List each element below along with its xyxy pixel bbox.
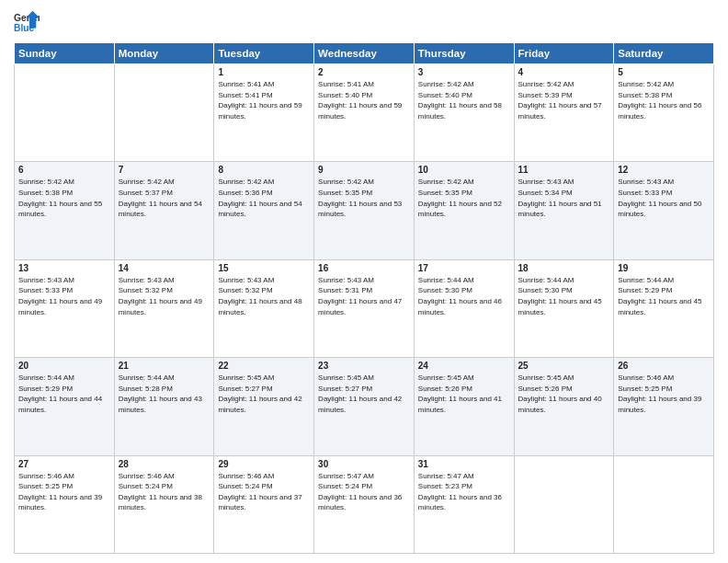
calendar-cell: 15Sunrise: 5:43 AMSunset: 5:32 PMDayligh… <box>214 259 314 357</box>
calendar-cell: 28Sunrise: 5:46 AMSunset: 5:24 PMDayligh… <box>114 455 214 553</box>
day-info: Sunrise: 5:44 AMSunset: 5:30 PMDaylight:… <box>518 275 610 317</box>
header: General Blue <box>14 9 714 35</box>
day-info: Sunrise: 5:43 AMSunset: 5:34 PMDaylight:… <box>518 177 610 219</box>
day-number: 11 <box>518 165 610 175</box>
week-row-3: 13Sunrise: 5:43 AMSunset: 5:33 PMDayligh… <box>15 259 714 357</box>
day-number: 21 <box>119 361 210 371</box>
weekday-thursday: Thursday <box>414 43 514 64</box>
day-info: Sunrise: 5:41 AMSunset: 5:40 PMDaylight:… <box>318 79 410 121</box>
calendar-cell <box>614 455 714 553</box>
day-number: 30 <box>318 459 410 469</box>
calendar-cell: 19Sunrise: 5:44 AMSunset: 5:29 PMDayligh… <box>614 259 714 357</box>
day-number: 10 <box>418 165 510 175</box>
day-info: Sunrise: 5:41 AMSunset: 5:41 PMDaylight:… <box>218 79 310 121</box>
day-number: 18 <box>518 263 610 273</box>
day-info: Sunrise: 5:43 AMSunset: 5:32 PMDaylight:… <box>119 275 210 317</box>
day-info: Sunrise: 5:46 AMSunset: 5:25 PMDaylight:… <box>618 373 710 415</box>
calendar-cell: 17Sunrise: 5:44 AMSunset: 5:30 PMDayligh… <box>414 259 514 357</box>
day-number: 9 <box>318 165 410 175</box>
calendar-cell: 23Sunrise: 5:45 AMSunset: 5:27 PMDayligh… <box>314 358 415 455</box>
day-number: 25 <box>518 361 610 371</box>
calendar-cell: 4Sunrise: 5:42 AMSunset: 5:39 PMDaylight… <box>514 64 614 162</box>
calendar-cell: 9Sunrise: 5:42 AMSunset: 5:35 PMDaylight… <box>314 162 415 259</box>
weekday-saturday: Saturday <box>614 43 714 64</box>
day-number: 31 <box>418 459 510 469</box>
day-number: 23 <box>318 361 410 371</box>
calendar-cell: 27Sunrise: 5:46 AMSunset: 5:25 PMDayligh… <box>15 455 115 553</box>
day-number: 13 <box>18 263 110 273</box>
calendar-cell: 5Sunrise: 5:42 AMSunset: 5:38 PMDaylight… <box>614 64 714 162</box>
weekday-header: SundayMondayTuesdayWednesdayThursdayFrid… <box>15 43 714 64</box>
day-number: 19 <box>618 263 710 273</box>
calendar-cell: 6Sunrise: 5:42 AMSunset: 5:38 PMDaylight… <box>15 162 115 259</box>
calendar-cell: 11Sunrise: 5:43 AMSunset: 5:34 PMDayligh… <box>514 162 614 259</box>
day-number: 27 <box>18 459 110 469</box>
calendar-cell: 29Sunrise: 5:46 AMSunset: 5:24 PMDayligh… <box>214 455 314 553</box>
week-row-4: 20Sunrise: 5:44 AMSunset: 5:29 PMDayligh… <box>15 358 714 455</box>
calendar-cell: 18Sunrise: 5:44 AMSunset: 5:30 PMDayligh… <box>514 259 614 357</box>
day-number: 4 <box>518 67 610 77</box>
calendar-cell: 10Sunrise: 5:42 AMSunset: 5:35 PMDayligh… <box>414 162 514 259</box>
day-info: Sunrise: 5:42 AMSunset: 5:35 PMDaylight:… <box>318 177 410 219</box>
calendar-cell <box>514 455 614 553</box>
calendar-cell: 1Sunrise: 5:41 AMSunset: 5:41 PMDaylight… <box>214 64 314 162</box>
day-info: Sunrise: 5:43 AMSunset: 5:32 PMDaylight:… <box>218 275 310 317</box>
day-number: 22 <box>218 361 310 371</box>
day-number: 6 <box>18 165 110 175</box>
day-info: Sunrise: 5:43 AMSunset: 5:31 PMDaylight:… <box>318 275 410 317</box>
weekday-tuesday: Tuesday <box>214 43 314 64</box>
day-info: Sunrise: 5:43 AMSunset: 5:33 PMDaylight:… <box>18 275 110 317</box>
day-number: 1 <box>218 67 310 77</box>
calendar-cell: 20Sunrise: 5:44 AMSunset: 5:29 PMDayligh… <box>15 358 115 455</box>
calendar-body: 1Sunrise: 5:41 AMSunset: 5:41 PMDaylight… <box>15 64 714 554</box>
weekday-friday: Friday <box>514 43 614 64</box>
calendar-cell: 22Sunrise: 5:45 AMSunset: 5:27 PMDayligh… <box>214 358 314 455</box>
calendar-cell: 2Sunrise: 5:41 AMSunset: 5:40 PMDaylight… <box>314 64 415 162</box>
weekday-wednesday: Wednesday <box>314 43 415 64</box>
calendar-cell: 21Sunrise: 5:44 AMSunset: 5:28 PMDayligh… <box>114 358 214 455</box>
day-info: Sunrise: 5:44 AMSunset: 5:28 PMDaylight:… <box>119 373 210 415</box>
calendar-cell: 12Sunrise: 5:43 AMSunset: 5:33 PMDayligh… <box>614 162 714 259</box>
day-number: 16 <box>318 263 410 273</box>
weekday-sunday: Sunday <box>15 43 115 64</box>
day-number: 17 <box>418 263 510 273</box>
day-number: 29 <box>218 459 310 469</box>
day-number: 20 <box>18 361 110 371</box>
day-number: 15 <box>218 263 310 273</box>
day-info: Sunrise: 5:45 AMSunset: 5:27 PMDaylight:… <box>318 373 410 415</box>
calendar-cell: 30Sunrise: 5:47 AMSunset: 5:24 PMDayligh… <box>314 455 415 553</box>
logo-icon: General Blue <box>14 9 40 35</box>
day-number: 7 <box>119 165 210 175</box>
calendar-cell <box>15 64 115 162</box>
day-info: Sunrise: 5:42 AMSunset: 5:37 PMDaylight:… <box>119 177 210 219</box>
day-info: Sunrise: 5:46 AMSunset: 5:24 PMDaylight:… <box>218 471 310 513</box>
day-info: Sunrise: 5:42 AMSunset: 5:38 PMDaylight:… <box>618 79 710 121</box>
calendar-cell: 13Sunrise: 5:43 AMSunset: 5:33 PMDayligh… <box>15 259 115 357</box>
calendar-cell: 25Sunrise: 5:45 AMSunset: 5:26 PMDayligh… <box>514 358 614 455</box>
day-number: 14 <box>119 263 210 273</box>
calendar-cell: 14Sunrise: 5:43 AMSunset: 5:32 PMDayligh… <box>114 259 214 357</box>
day-info: Sunrise: 5:42 AMSunset: 5:36 PMDaylight:… <box>218 177 310 219</box>
calendar-cell: 24Sunrise: 5:45 AMSunset: 5:26 PMDayligh… <box>414 358 514 455</box>
day-info: Sunrise: 5:47 AMSunset: 5:24 PMDaylight:… <box>318 471 410 513</box>
calendar-cell: 31Sunrise: 5:47 AMSunset: 5:23 PMDayligh… <box>414 455 514 553</box>
calendar-cell: 3Sunrise: 5:42 AMSunset: 5:40 PMDaylight… <box>414 64 514 162</box>
calendar-cell: 8Sunrise: 5:42 AMSunset: 5:36 PMDaylight… <box>214 162 314 259</box>
day-number: 12 <box>618 165 710 175</box>
day-info: Sunrise: 5:45 AMSunset: 5:27 PMDaylight:… <box>218 373 310 415</box>
day-number: 26 <box>618 361 710 371</box>
calendar-cell: 7Sunrise: 5:42 AMSunset: 5:37 PMDaylight… <box>114 162 214 259</box>
calendar-cell: 16Sunrise: 5:43 AMSunset: 5:31 PMDayligh… <box>314 259 415 357</box>
day-info: Sunrise: 5:42 AMSunset: 5:40 PMDaylight:… <box>418 79 510 121</box>
week-row-5: 27Sunrise: 5:46 AMSunset: 5:25 PMDayligh… <box>15 455 714 553</box>
day-info: Sunrise: 5:46 AMSunset: 5:25 PMDaylight:… <box>18 471 110 513</box>
day-info: Sunrise: 5:43 AMSunset: 5:33 PMDaylight:… <box>618 177 710 219</box>
day-number: 8 <box>218 165 310 175</box>
day-number: 24 <box>418 361 510 371</box>
day-info: Sunrise: 5:42 AMSunset: 5:38 PMDaylight:… <box>18 177 110 219</box>
day-info: Sunrise: 5:44 AMSunset: 5:29 PMDaylight:… <box>618 275 710 317</box>
day-info: Sunrise: 5:42 AMSunset: 5:39 PMDaylight:… <box>518 79 610 121</box>
calendar-table: SundayMondayTuesdayWednesdayThursdayFrid… <box>14 42 714 554</box>
week-row-2: 6Sunrise: 5:42 AMSunset: 5:38 PMDaylight… <box>15 162 714 259</box>
day-info: Sunrise: 5:45 AMSunset: 5:26 PMDaylight:… <box>518 373 610 415</box>
